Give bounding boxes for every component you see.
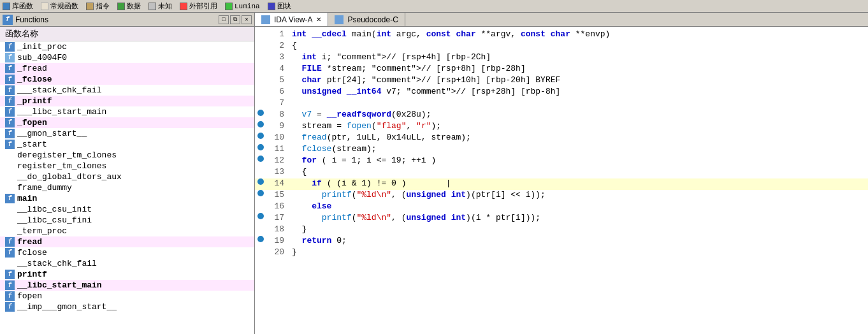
function-item[interactable]: frame_dummy — [0, 182, 254, 193]
code-line[interactable]: 16 else — [255, 201, 868, 213]
function-name: __imp___gmon_start__ — [17, 302, 117, 312]
function-item[interactable]: register_tm_clones — [0, 161, 254, 171]
function-item[interactable]: __libc_csu_fini — [0, 215, 254, 226]
functions-restore-btn[interactable]: □ — [219, 15, 229, 24]
code-line[interactable]: 7 — [255, 98, 868, 110]
legend-regular-color — [41, 3, 48, 10]
function-item[interactable]: __stack_chk_fail — [0, 258, 254, 269]
function-name: fread — [17, 237, 42, 247]
bullet-dot — [257, 110, 264, 116]
function-item[interactable]: f_init_proc — [0, 41, 254, 52]
tab-pseudocode-c[interactable]: Pseudocode-C — [328, 13, 405, 26]
function-name: __libc_csu_init — [17, 205, 92, 214]
legend-unknown-color — [148, 3, 156, 10]
function-name: _term_proc — [17, 226, 67, 236]
function-item[interactable]: f_fclose — [0, 74, 254, 85]
function-item[interactable]: ffclose — [0, 247, 254, 258]
line-bullet — [255, 236, 266, 242]
bullet-dot — [257, 121, 264, 127]
code-line[interactable]: 11 fclose(stream); — [255, 144, 868, 156]
line-number: 11 — [266, 144, 289, 154]
function-item[interactable]: f_start — [0, 139, 254, 150]
line-bullet — [255, 190, 266, 196]
code-line[interactable]: 14 if ( (i & 1) != 0 ) | — [255, 178, 868, 190]
functions-titlebar: f Functions □ ⧉ ✕ — [0, 13, 254, 27]
function-f-icon: f — [5, 194, 15, 203]
code-line[interactable]: 4 FILE *stream; "comment">// [rsp+8h] [r… — [255, 64, 868, 75]
code-line[interactable]: 19 return 0; — [255, 236, 868, 247]
line-number: 3 — [266, 52, 289, 62]
function-name: deregister_tm_clones — [17, 150, 117, 160]
function-item[interactable]: f_fread — [0, 63, 254, 74]
function-name: __libc_csu_fini — [17, 215, 92, 225]
line-code: else — [289, 201, 868, 211]
line-number: 6 — [266, 87, 289, 96]
function-item[interactable]: f___stack_chk_fail — [0, 85, 254, 96]
code-line[interactable]: 8 v7 = __readfsqword(0x28u); — [255, 110, 868, 121]
function-name: ___libc_start_main — [17, 107, 106, 117]
function-f-icon: f — [5, 140, 15, 149]
line-code: int i; "comment">// [rsp+4h] [rbp-2Ch] — [289, 52, 868, 62]
line-number: 2 — [266, 41, 289, 50]
tab-ida-view-a[interactable]: IDA View-A ✕ — [255, 13, 328, 26]
line-code: return 0; — [289, 236, 868, 245]
code-area: IDA View-A ✕ Pseudocode-C 1int __cdecl m… — [255, 13, 868, 334]
legend-data-color — [117, 3, 125, 10]
legend-block-color — [268, 3, 275, 10]
code-line[interactable]: 5 char ptr[24]; "comment">// [rsp+10h] [… — [255, 75, 868, 87]
function-f-icon: f — [5, 42, 15, 52]
function-item[interactable]: ffopen — [0, 291, 254, 301]
bullet-dot — [257, 213, 264, 219]
function-item[interactable]: f_printf — [0, 96, 254, 106]
function-item[interactable]: fsub_4004F0 — [0, 52, 254, 63]
line-code: { — [289, 41, 868, 50]
line-code: } — [289, 247, 868, 257]
line-bullet — [255, 178, 266, 185]
function-f-icon: f — [5, 129, 15, 138]
function-item[interactable]: f___libc_start_main — [0, 106, 254, 117]
function-item[interactable]: __do_global_dtors_aux — [0, 171, 254, 182]
function-name: _start — [17, 140, 47, 149]
code-line[interactable]: 20} — [255, 247, 868, 259]
function-spacer — [5, 215, 15, 225]
function-f-icon: f — [5, 270, 15, 279]
code-line[interactable]: 12 for ( i = 1; i <= 19; ++i ) — [255, 156, 868, 167]
function-name: ___stack_chk_fail — [17, 85, 102, 95]
line-code: v7 = __readfsqword(0x28u); — [289, 110, 868, 119]
function-item[interactable]: f__imp___gmon_start__ — [0, 301, 254, 312]
function-item[interactable]: __libc_csu_init — [0, 204, 254, 215]
function-item[interactable]: fprintf — [0, 269, 254, 280]
functions-title-text: Functions — [15, 15, 48, 24]
function-item[interactable]: f__libc_start_main — [0, 280, 254, 291]
code-line[interactable]: 9 stream = fopen("flag", "r"); — [255, 121, 868, 133]
tab-ida-close[interactable]: ✕ — [316, 16, 321, 23]
function-item[interactable]: f_fopen — [0, 117, 254, 128]
function-item[interactable]: _term_proc — [0, 226, 254, 236]
line-number: 7 — [266, 98, 289, 108]
function-item[interactable]: fmain — [0, 193, 254, 204]
code-line[interactable]: 1int __cdecl main(int argc, const char *… — [255, 29, 868, 41]
function-f-icon: f — [5, 75, 15, 84]
legend-external-color — [180, 3, 187, 10]
functions-close-btn[interactable]: ✕ — [242, 15, 252, 24]
function-f-icon: f — [5, 302, 15, 312]
code-line[interactable]: 10 fread(ptr, 1uLL, 0x14uLL, stream); — [255, 133, 868, 144]
code-line[interactable]: 18 } — [255, 224, 868, 236]
code-line[interactable]: 15 printf("%ld\n", (unsigned int)(ptr[i]… — [255, 190, 868, 201]
line-number: 13 — [266, 167, 289, 177]
code-line[interactable]: 6 unsigned __int64 v7; "comment">// [rsp… — [255, 87, 868, 98]
function-item[interactable]: ffread — [0, 236, 254, 247]
function-item[interactable]: f__gmon_start__ — [0, 128, 254, 139]
function-item[interactable]: deregister_tm_clones — [0, 150, 254, 161]
code-line[interactable]: 2{ — [255, 41, 868, 52]
line-number: 12 — [266, 156, 289, 165]
code-line[interactable]: 17 printf("%ld\n", (unsigned int)(i * pt… — [255, 213, 868, 224]
function-name: __do_global_dtors_aux — [17, 172, 122, 182]
code-line[interactable]: 3 int i; "comment">// [rsp+4h] [rbp-2Ch] — [255, 52, 868, 64]
functions-list[interactable]: f_init_procfsub_4004F0f_freadf_fclosef__… — [0, 41, 254, 334]
functions-detach-btn[interactable]: ⧉ — [230, 15, 240, 24]
code-line[interactable]: 13 { — [255, 167, 868, 178]
line-number: 9 — [266, 121, 289, 131]
code-content[interactable]: 1int __cdecl main(int argc, const char *… — [255, 27, 868, 334]
line-bullet — [255, 144, 266, 150]
